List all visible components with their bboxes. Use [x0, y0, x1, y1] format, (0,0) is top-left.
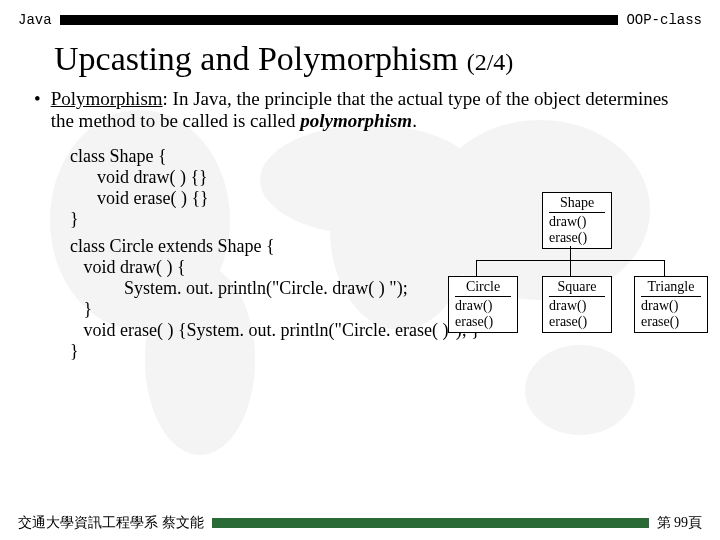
box-method: draw() — [549, 298, 605, 314]
bullet-lead: Polymorphism — [51, 88, 163, 109]
box-title: Square — [549, 279, 605, 297]
bullet-text: Polymorphism: In Java, the principle tha… — [51, 88, 686, 132]
bullet-em: polymorphism — [300, 110, 412, 131]
code-line: void draw( ) {} — [70, 167, 720, 188]
bullet-dot-icon: • — [34, 88, 41, 132]
box-method: erase() — [549, 314, 605, 330]
connector — [570, 246, 571, 260]
code-line: class Shape { — [70, 146, 720, 167]
box-method: erase() — [455, 314, 511, 330]
class-diagram: Shape draw() erase() Circle draw() erase… — [440, 192, 700, 352]
footer-right-label: 第 99頁 — [657, 514, 703, 532]
header-right-label: OOP-class — [626, 12, 702, 28]
box-shape: Shape draw() erase() — [542, 192, 612, 249]
title-pager: (2/4) — [467, 49, 514, 75]
footer-bar-row: 交通大學資訊工程學系 蔡文能 第 99頁 — [0, 514, 720, 532]
box-method: draw() — [455, 298, 511, 314]
slide-title: Upcasting and Polymorphism (2/4) — [0, 34, 720, 88]
box-triangle: Triangle draw() erase() — [634, 276, 708, 333]
box-method: draw() — [641, 298, 701, 314]
title-main: Upcasting and Polymorphism — [54, 40, 458, 77]
header-rule — [60, 15, 619, 25]
header-bar-row: Java OOP-class — [0, 0, 720, 34]
connector — [570, 260, 571, 276]
connector — [476, 260, 477, 276]
box-method: erase() — [549, 230, 605, 246]
bullet-row: • Polymorphism: In Java, the principle t… — [0, 88, 720, 136]
bullet-tail: . — [412, 110, 417, 131]
box-method: erase() — [641, 314, 701, 330]
box-title: Shape — [549, 195, 605, 213]
connector — [664, 260, 665, 276]
footer-rule — [212, 518, 649, 528]
box-title: Circle — [455, 279, 511, 297]
box-circle: Circle draw() erase() — [448, 276, 518, 333]
header-left-label: Java — [18, 12, 52, 28]
box-square: Square draw() erase() — [542, 276, 612, 333]
footer-left-label: 交通大學資訊工程學系 蔡文能 — [18, 514, 204, 532]
box-method: draw() — [549, 214, 605, 230]
box-title: Triangle — [641, 279, 701, 297]
